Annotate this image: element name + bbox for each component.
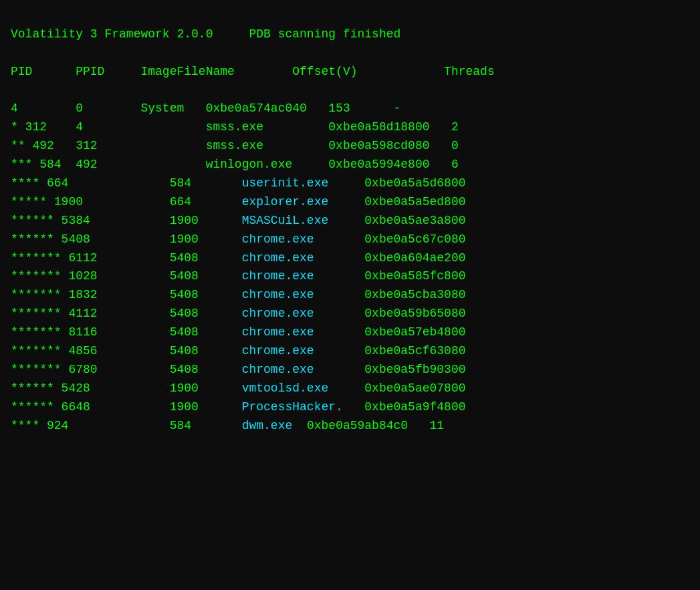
header-line: Volatility 3 Framework 2.0.0 PDB scannin… <box>11 27 400 41</box>
row-chrome-6112: ******* 6112 5408 chrome.exe 0xbe0a604ae… <box>11 251 466 265</box>
row-chrome-4856: ******* 4856 5408 chrome.exe 0xbe0a5cf63… <box>11 344 466 357</box>
row-chrome-1028: ******* 1028 5408 chrome.exe 0xbe0a585fc… <box>11 269 466 283</box>
row-chrome-4112: ******* 4112 5408 chrome.exe 0xbe0a59b65… <box>11 307 466 320</box>
row-chrome-5408: ****** 5408 1900 chrome.exe 0xbe0a5c67c0… <box>11 233 466 246</box>
row-userinit-664: **** 664 584 userinit.exe 0xbe0a5a5d6800 <box>11 176 466 190</box>
column-headers: PID PPID ImageFileName Offset(V) Threads <box>11 65 495 78</box>
row-winlogon-584: *** 584 492 winlogon.exe 0xbe0a5994e800 … <box>11 158 459 171</box>
row-explorer-1900: ***** 1900 664 explorer.exe 0xbe0a5a5ed8… <box>11 195 466 208</box>
row-chrome-1832: ******* 1832 5408 chrome.exe 0xbe0a5cba3… <box>11 288 466 301</box>
row-smss-492: ** 492 312 smss.exe 0xbe0a598cd080 0 <box>11 139 459 152</box>
row-chrome-6780: ******* 6780 5408 chrome.exe 0xbe0a5fb90… <box>11 363 466 376</box>
terminal-output: Volatility 3 Framework 2.0.0 PDB scannin… <box>0 0 700 442</box>
row-msascuil-5384: ****** 5384 1900 MSASCuiL.exe 0xbe0a5ae3… <box>11 214 466 227</box>
row-processhacker-6648: ****** 6648 1900 ProcessHacker. 0xbe0a5a… <box>11 400 466 414</box>
row-chrome-8116: ******* 8116 5408 chrome.exe 0xbe0a57eb4… <box>11 325 466 339</box>
row-system: 4 0 System 0xbe0a574ac040 153 - <box>11 102 400 115</box>
row-dwm-924: **** 924 584 dwm.exe 0xbe0a59ab84c0 11 <box>11 419 444 432</box>
row-smss-312: * 312 4 smss.exe 0xbe0a58d18800 2 <box>11 120 459 134</box>
row-vmtoolsd-5428: ****** 5428 1900 vmtoolsd.exe 0xbe0a5ae0… <box>11 382 466 395</box>
